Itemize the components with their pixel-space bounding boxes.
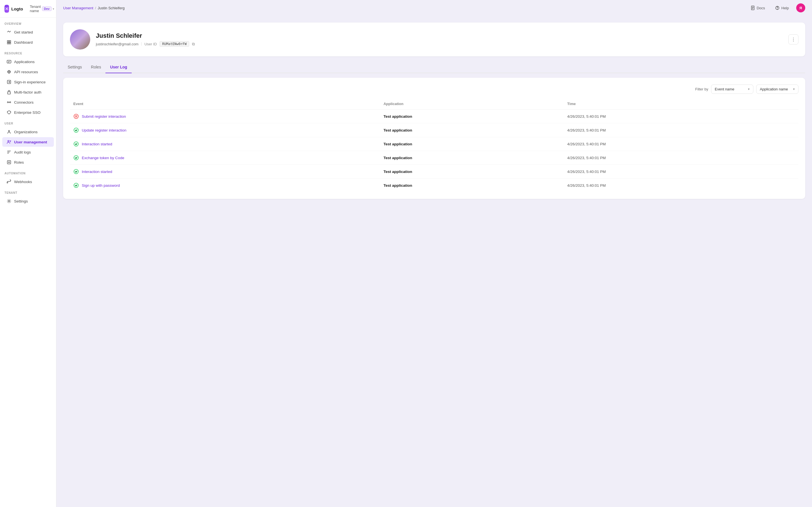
sidebar-item-webhooks[interactable]: Webhooks [2,177,54,186]
event-link[interactable]: Sign up with password [82,183,120,187]
application-name: Test application [384,156,412,160]
application-cell: Test application [380,110,564,123]
event-link[interactable]: Exchange token by Code [82,156,124,160]
sidebar-item-label: Webhooks [14,180,32,184]
logo-text: Logto [11,6,23,11]
sidebar-item-user-management[interactable]: User management [2,137,54,147]
event-cell-inner: Exchange token by Code [73,155,377,161]
sidebar-item-label: Applications [14,60,35,64]
roles-icon [7,160,11,165]
svg-point-14 [8,162,10,163]
lock-icon [7,90,11,94]
user-avatar-button[interactable]: Я [796,3,805,12]
event-link[interactable]: Submit register interaction [82,114,126,119]
audit-logs-icon [7,150,11,154]
event-cell-inner: Interaction started [73,141,377,147]
sidebar-item-roles[interactable]: Roles [2,158,54,167]
error-icon [73,114,79,119]
time-value: 4/26/2023, 5:40:01 PM [567,128,606,132]
sidebar-item-applications[interactable]: Applications [2,57,54,66]
resource-section-label: RESOURCE [0,47,56,57]
app-name-filter[interactable]: Application name ▾ [756,84,799,94]
sidebar-item-get-started[interactable]: Get started [2,27,54,37]
help-icon [775,6,779,10]
log-table: Event Application Time Submit register i… [70,100,799,192]
application-cell: Test application [380,165,564,179]
application-name: Test application [384,114,412,119]
sidebar-item-sign-in-experience[interactable]: Sign-in experience [2,77,54,87]
filter-bar: Filter by Event name ▾ Application name … [70,84,799,94]
event-cell: Exchange token by Code [70,151,380,165]
breadcrumb-current: Justin Schleiferg [98,6,124,10]
tab-bar: Settings Roles User Log [63,62,805,73]
tab-settings[interactable]: Settings [63,62,87,73]
sidebar-item-api-resources[interactable]: API resources [2,67,54,76]
sign-in-icon [7,80,11,84]
sidebar-item-connectors[interactable]: Connectors [2,98,54,107]
svg-rect-8 [8,92,10,94]
filter-label: Filter by [695,87,708,91]
svg-rect-3 [7,43,9,44]
application-name: Test application [384,128,412,132]
svg-rect-13 [7,161,11,164]
docs-icon [751,6,755,10]
sidebar-header: Logto Tenant name Dev ▾ [0,0,56,18]
sidebar-item-label: Multi-factor auth [14,90,42,94]
time-cell: 4/26/2023, 5:40:01 PM [564,123,799,137]
more-options-button[interactable]: ⋮ [788,34,799,45]
application-name: Test application [384,142,412,146]
event-link[interactable]: Update register interaction [82,128,126,132]
user-name: Justin Schleifer [96,32,195,40]
organizations-icon [7,129,11,134]
svg-rect-2 [9,41,11,42]
event-cell: Submit register interaction [70,110,380,123]
time-value: 4/26/2023, 5:40:01 PM [567,183,606,187]
chevron-down-icon: ▾ [793,87,795,91]
svg-rect-5 [7,60,11,63]
event-cell-inner: Submit register interaction [73,114,377,119]
event-link[interactable]: Interaction started [82,142,112,146]
help-button[interactable]: Help [772,4,792,12]
api-resources-icon [7,69,11,74]
sidebar-item-label: Roles [14,160,24,165]
sidebar-item-settings[interactable]: Settings [2,196,54,206]
success-icon [73,127,79,133]
sidebar-item-audit-logs[interactable]: Audit logs [2,147,54,157]
table-row: Update register interactionTest applicat… [70,123,799,137]
tab-roles[interactable]: Roles [87,62,106,73]
breadcrumb: User Management / Justin Schleiferg [63,6,124,10]
tenant-name: Tenant name [30,4,41,13]
application-cell: Test application [380,179,564,192]
overview-section-label: OVERVIEW [0,18,56,27]
user-meta: justinschleifer@gmail.com User ID RUMatE… [96,41,195,47]
event-cell: Interaction started [70,165,380,179]
application-cell: Test application [380,151,564,165]
time-cell: 4/26/2023, 5:40:01 PM [564,110,799,123]
applications-icon [7,59,11,64]
svg-point-11 [8,130,10,131]
sidebar-item-dashboard[interactable]: Dashboard [2,38,54,47]
avatar [70,29,90,50]
event-cell-inner: Update register interaction [73,127,377,133]
event-cell: Sign up with password [70,179,380,192]
success-icon [73,141,79,147]
time-cell: 4/26/2023, 5:40:01 PM [564,165,799,179]
user-card: Justin Schleifer justinschleifer@gmail.c… [63,22,805,56]
tenant-info[interactable]: Tenant name Dev ▾ [30,4,54,13]
application-cell: Test application [380,123,564,137]
event-link[interactable]: Interaction started [82,170,112,174]
chevron-down-icon: ▾ [53,7,54,10]
time-value: 4/26/2023, 5:40:01 PM [567,142,606,146]
sidebar-item-organizations[interactable]: Organizations [2,127,54,136]
table-row: Sign up with passwordTest application4/2… [70,179,799,192]
automation-section-label: AUTOMATION [0,167,56,177]
tab-user-log[interactable]: User Log [105,62,132,73]
event-name-filter[interactable]: Event name ▾ [711,84,753,94]
sidebar-item-enterprise-sso[interactable]: Enterprise SSO [2,108,54,117]
breadcrumb-link[interactable]: User Management [63,6,93,10]
docs-button[interactable]: Docs [748,4,768,12]
breadcrumb-separator: / [95,6,96,10]
sidebar-item-multi-factor-auth[interactable]: Multi-factor auth [2,87,54,97]
time-cell: 4/26/2023, 5:40:01 PM [564,137,799,151]
copy-icon[interactable]: ⧉ [192,42,195,47]
